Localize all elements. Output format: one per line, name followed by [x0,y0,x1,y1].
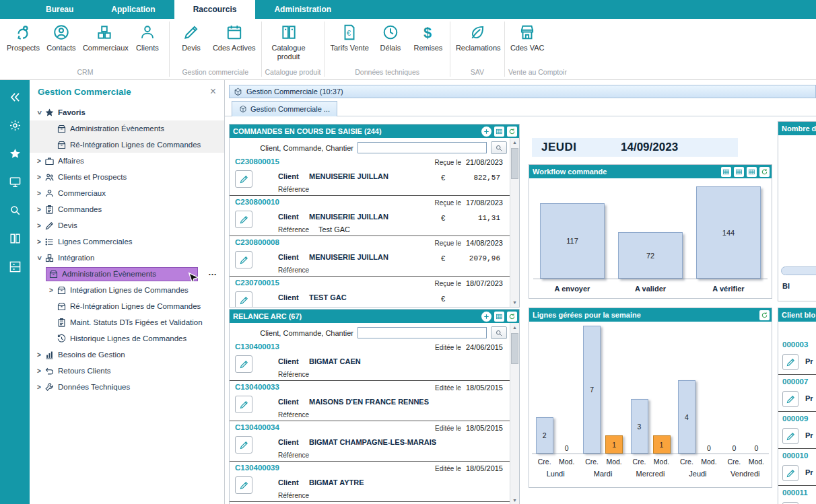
grid-button[interactable] [734,167,744,177]
tree-item-donn-es-techniques[interactable]: >Données Techniques [30,379,224,395]
scroll-down-icon[interactable]: ▼ [510,298,519,307]
ribbon-prospects[interactable]: Prospects [5,20,42,52]
refresh-icon [508,313,516,320]
strip-gear-button[interactable] [6,116,24,134]
scroll-thumb[interactable] [511,333,518,364]
strip-shelf-button[interactable] [6,258,24,275]
strip-columns-button[interactable] [6,229,24,247]
tree-item-commerciaux[interactable]: >Commerciaux [30,185,224,201]
workflow-panel: Workflow commande 11772144 A envoyerA va… [529,164,772,299]
currency-symbol: € [441,295,445,303]
tree-item-administration-v-nements[interactable]: Administration Évènements [30,120,224,137]
tree-item-devis[interactable]: >Devis [30,217,224,233]
tree-item-maint-statuts-dts-fig-es-et-validation[interactable]: Maint. Statuts DTs Figées et Validation [30,314,224,330]
client-row-label: Pr [805,394,813,402]
series-label: Mod. [558,458,576,466]
ribbon-group-label: Vente au Comptoir [508,66,567,79]
refresh-button[interactable] [507,127,517,137]
currency-symbol: € [441,214,445,222]
grid-button[interactable] [721,167,731,177]
ribbon-commerciaux[interactable]: Commerciaux [81,20,128,52]
tab-gestion-commerciale[interactable]: Gestion Commerciale ... [232,101,337,116]
more-options-button[interactable]: … [208,267,217,277]
edit-button[interactable] [235,476,252,494]
ribbon-contacts[interactable]: Contacts [43,20,79,52]
edit-button[interactable] [235,436,252,454]
strip-chevrons-left-button[interactable] [6,88,24,106]
strip-star-button[interactable] [6,145,24,162]
edit-button[interactable] [235,355,252,373]
close-icon[interactable]: × [210,85,216,98]
tree-item-commandes[interactable]: >Commandes [30,201,224,217]
scroll-down-icon[interactable]: ▼ [510,496,519,504]
edit-button[interactable] [782,428,798,444]
relance-search-button[interactable] [491,326,507,339]
orders-search-input[interactable] [358,142,487,153]
relance-scrollbar[interactable]: ▲ ▼ [510,323,519,504]
received-date: Editée le18/05/2015 [435,424,503,432]
edit-button[interactable] [235,251,252,268]
tree-item-r-int-gration-lignes-de-commandes[interactable]: Ré-Intégration Lignes de Commandes [30,298,224,314]
scroll-thumb[interactable] [511,148,518,179]
refresh-button[interactable] [759,310,770,320]
menu-raccourcis[interactable]: Raccourcis [174,0,256,19]
ribbon-devis[interactable]: Devis [173,20,209,52]
tree-item-r-int-gration-lignes-de-commandes[interactable]: Ré-Intégration Lignes de Commandes [30,137,224,153]
ribbon-tarifs-vente[interactable]: Tarifs Vente [328,20,370,52]
orders-search-button[interactable] [491,141,507,154]
add-button[interactable] [481,127,491,137]
ribbon-cdes-actives[interactable]: Cdes Actives [211,20,258,52]
scroll-up-icon[interactable]: ▲ [510,138,519,147]
menu-application[interactable]: Application [92,0,174,19]
contact-icon [53,24,70,41]
edit-button[interactable] [782,391,798,407]
ribbon-clients[interactable]: Clients [129,20,166,52]
orders-scrollbar[interactable]: ▲ ▼ [510,138,519,307]
edit-button[interactable] [235,170,252,188]
ribbon-d-lais[interactable]: Délais [372,20,409,52]
date-value: 18/05/2015 [466,384,503,392]
strip-monitor-button[interactable] [6,173,24,190]
tree-item-int-gration[interactable]: >Intégration [30,250,224,266]
series-label: Mod. [605,458,623,466]
tree-item-label: Commandes [58,205,102,213]
ribbon-group-crm: ProspectsContactsCommerciauxClientsCRM [1,19,169,79]
edit-button[interactable] [235,291,252,307]
people-icon [44,172,55,182]
tree-item-historique-lignes-de-commandes[interactable]: Historique Lignes de Commandes [30,330,224,347]
ribbon-reclamations[interactable]: Reclamations [454,20,501,52]
package-icon [57,140,67,150]
edit-button[interactable] [235,396,252,413]
ribbon-remises[interactable]: Remises [410,20,446,52]
client-label: Client [278,438,299,446]
client-name: TEST GAC [309,293,347,301]
menu-administration[interactable]: Administration [255,0,350,19]
add-button[interactable] [481,312,491,322]
tree-item-retours-clients[interactable]: >Retours Clients [30,363,224,379]
tree-item-clients-et-prospects[interactable]: >Clients et Prospects [30,169,224,185]
edit-button[interactable] [782,354,798,370]
edit-button[interactable] [235,211,252,228]
tree-item-administration-v-nements[interactable]: Administration Évènements… [30,266,224,282]
tree-item-favoris[interactable]: >Favoris [30,104,224,120]
grid-button[interactable] [747,167,757,177]
edit-button[interactable] [782,465,798,481]
tree-item-int-gration-lignes-de-commandes[interactable]: >Intégration Lignes de Commandes [30,282,224,298]
tree-item-besoins-de-gestion[interactable]: >Besoins de Gestion [30,347,224,363]
reference-label: Référence [278,452,309,459]
tree-item-lignes-commerciales[interactable]: >Lignes Commerciales [30,233,224,250]
scroll-up-icon[interactable]: ▲ [510,323,519,332]
chart-icon [44,350,55,360]
grid-button[interactable] [494,127,504,137]
week-group-mardi: 71 [579,325,626,454]
menu-bureau[interactable]: Bureau [27,0,92,19]
ribbon-cdes-vac[interactable]: Cdes VAC [508,20,547,52]
refresh-button[interactable] [507,312,517,322]
strip-search-button[interactable] [6,201,24,219]
grid-button[interactable] [494,312,504,322]
tree-item-affaires[interactable]: >Affaires [30,153,224,169]
add-icon [483,313,490,320]
refresh-button[interactable] [759,167,770,177]
relance-search-input[interactable] [358,327,487,338]
ribbon-catalogue-produit[interactable]: Catalogue produit [265,20,312,61]
